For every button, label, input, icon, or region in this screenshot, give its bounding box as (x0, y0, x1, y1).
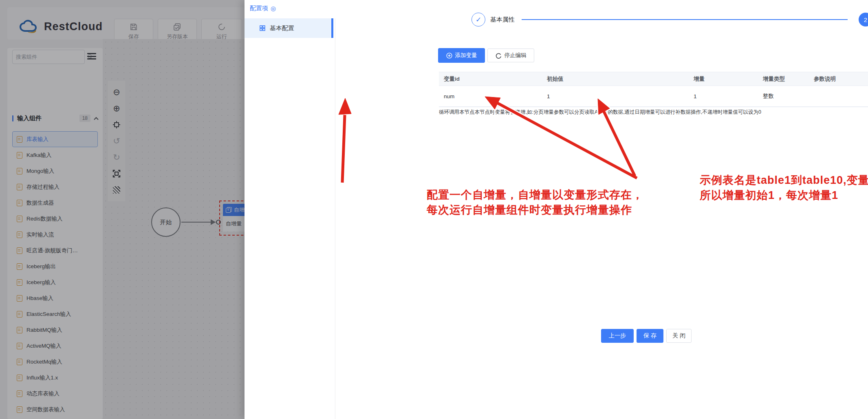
workspace-region: RestCloud 保存 另存版本 运行 输入组件 (0, 0, 245, 419)
col-header-desc: 参数说明 (809, 72, 868, 86)
config-content: ✓ 基本属性 2 自增量设置 添加变量 停止编辑 (335, 0, 868, 419)
nav-item-basic-config[interactable]: 基本配置 (245, 18, 333, 38)
cell-desc (809, 86, 868, 106)
refresh-icon (496, 53, 502, 59)
config-panel-title: 配置项 ◎ (250, 4, 276, 12)
config-title-text: 配置项 (250, 4, 268, 12)
config-modal: 配置项 ◎ 基本配置 ✓ 基本属性 2 自增量设置 (245, 0, 868, 419)
stop-edit-button[interactable]: 停止编辑 (487, 49, 534, 62)
cell-increment: 1 (689, 86, 758, 106)
previous-step-button[interactable]: 上一步 (601, 329, 634, 343)
col-header-initial: 初始值 (542, 72, 689, 86)
increment-hint-text: 循环调用本节点本节点时变量将会递增,如:分页增量参数可以分页读取API中的数据,… (439, 109, 868, 116)
plus-circle-icon (446, 53, 452, 59)
col-header-type: 增量类型 (758, 72, 809, 86)
app-root: RestCloud 保存 另存版本 运行 输入组件 (0, 0, 868, 419)
annotation-right: 示例表名是table1到table10,变量取值1-10 所以增量初始1，每次增… (700, 173, 868, 203)
grid-icon (260, 25, 265, 31)
close-button[interactable]: 关 闭 (666, 329, 692, 343)
footer-buttons: 上一步 保 存 关 闭 (601, 329, 692, 343)
annotation-left: 配置一个自增量，自增量以变量形式存在， 每次运行自增量组件时变量执行增量操作 (427, 187, 687, 218)
add-variable-button[interactable]: 添加变量 (438, 48, 485, 63)
cell-initial: 1 (542, 86, 689, 106)
modal-backdrop (0, 0, 245, 419)
add-variable-label: 添加变量 (455, 52, 477, 59)
variable-table: 变量id 初始值 增量 增量类型 参数说明 操作 num 1 1 整数 删除 (439, 72, 868, 107)
close-button-label: 关 闭 (672, 332, 685, 340)
annotation-right-line1: 示例表名是table1到table10,变量取值1-10 (700, 173, 868, 188)
cell-var-id: num (439, 86, 542, 106)
stepper: ✓ 基本属性 2 自增量设置 (335, 0, 868, 39)
stop-edit-label: 停止编辑 (504, 52, 527, 59)
cell-type: 整数 (758, 86, 809, 106)
active-indicator-bar (331, 18, 333, 38)
step2-number: 2 (864, 16, 867, 23)
check-icon: ✓ (476, 15, 481, 24)
annotation-right-line2: 所以增量初始1，每次增量1 (700, 188, 868, 203)
save-config-label: 保 存 (643, 332, 657, 340)
col-header-increment: 增量 (689, 72, 758, 86)
table-header-row: 变量id 初始值 增量 增量类型 参数说明 操作 (439, 72, 868, 86)
gear-icon[interactable]: ◎ (271, 5, 276, 12)
table-row: num 1 1 整数 删除 (439, 86, 868, 107)
col-header-var-id: 变量id (439, 72, 542, 86)
annotation-left-line2: 每次运行自增量组件时变量执行增量操作 (427, 203, 687, 218)
previous-step-label: 上一步 (609, 332, 626, 340)
save-config-button[interactable]: 保 存 (637, 329, 663, 343)
annotation-left-line1: 配置一个自增量，自增量以变量形式存在， (427, 187, 687, 203)
step1-label: 基本属性 (490, 16, 515, 24)
step1-check-circle: ✓ (471, 13, 485, 26)
nav-item-label: 基本配置 (270, 24, 294, 32)
step2-number-circle: 2 (859, 13, 868, 26)
stepper-connector-line (522, 19, 848, 20)
